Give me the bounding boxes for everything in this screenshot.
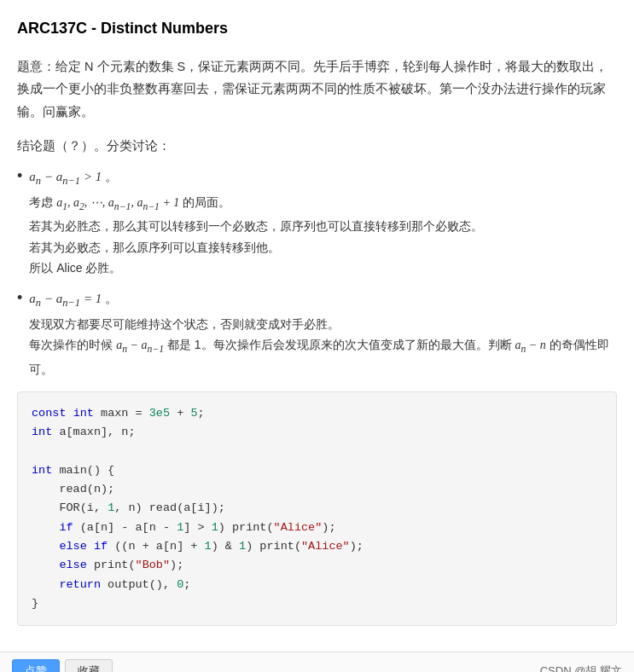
footer-bar: 点赞 收藏 CSDN @胡 耀文	[0, 652, 634, 672]
bullet-content-2: an − an−1 = 1 。 发现双方都要尽可能维持这个状态，否则就变成对手必…	[29, 287, 617, 379]
keyword-else-1: else	[59, 540, 86, 553]
keyword-int-2: int	[32, 426, 52, 438]
keyword-const: const	[32, 407, 67, 420]
number-0: 0	[177, 578, 183, 591]
number-1e: 1	[239, 540, 246, 553]
like-button[interactable]: 点赞	[12, 659, 60, 672]
bullet1-line3: 若其为必败态，那么原序列可以直接转移到他。	[29, 237, 617, 258]
bullet2-line1: 发现双方都要尽可能维持这个状态，否则就变成对手必胜。	[29, 314, 617, 335]
bullet-dot-2: •	[17, 287, 22, 309]
conclusion-intro: 结论题（？）。分类讨论：	[17, 136, 617, 157]
string-alice-2: "Alice"	[301, 540, 350, 553]
bullet-item-2: • an − an−1 = 1 。 发现双方都要尽可能维持这个状态，否则就变成对…	[17, 287, 617, 379]
bullet1-math: an − an−1 > 1 。	[29, 165, 617, 190]
bullet-dot-1: •	[17, 165, 22, 187]
keyword-return: return	[59, 578, 101, 591]
bullet1-line4: 所以 Alice 必胜。	[29, 258, 617, 279]
keyword-if-1: if	[59, 521, 73, 534]
bullet-item-1: • an − an−1 > 1 。 考虑 a1, a2, ⋯, an−1, an…	[17, 165, 617, 279]
number-5: 5	[190, 407, 197, 420]
author-label: CSDN @胡 耀文	[540, 662, 622, 672]
number-1: 1	[108, 501, 114, 514]
main-content: ARC137C - Distinct Numbers 题意：给定 N 个元素的数…	[0, 0, 634, 645]
number-3e5: 3e5	[149, 407, 170, 420]
keyword-else-2: else	[59, 559, 86, 571]
favorite-button[interactable]: 收藏	[65, 659, 113, 672]
page-title: ARC137C - Distinct Numbers	[17, 15, 617, 42]
number-1d: 1	[205, 540, 212, 553]
number-1c: 1	[212, 521, 218, 534]
bullet1-line1: 考虑 a1, a2, ⋯, an−1, an−1 + 1 的局面。	[29, 192, 617, 216]
code-block: const int maxn = 3e5 + 5; int a[maxn], n…	[17, 391, 617, 626]
keyword-int-1: int	[73, 407, 94, 420]
analysis-list: • an − an−1 > 1 。 考虑 a1, a2, ⋯, an−1, an…	[17, 165, 617, 379]
footer-buttons: 点赞 收藏	[12, 659, 113, 672]
keyword-int-3: int	[32, 464, 52, 477]
bullet-content-1: an − an−1 > 1 。 考虑 a1, a2, ⋯, an−1, an−1…	[29, 165, 617, 279]
string-bob: "Bob"	[136, 559, 171, 571]
bullet1-line2: 若其为必胜态，那么其可以转移到一个必败态，原序列也可以直接转移到那个必败态。	[29, 216, 617, 237]
number-1b: 1	[177, 521, 183, 534]
problem-description: 题意：给定 N 个元素的数集 S，保证元素两两不同。先手后手博弈，轮到每人操作时…	[17, 55, 617, 124]
keyword-if-2: if	[94, 540, 108, 553]
string-alice-1: "Alice"	[274, 521, 323, 534]
bullet2-math: an − an−1 = 1 。	[29, 287, 617, 312]
bullet2-line2: 每次操作的时候 an − an−1 都是 1。每次操作后会发现原来的次大值变成了…	[29, 334, 617, 379]
